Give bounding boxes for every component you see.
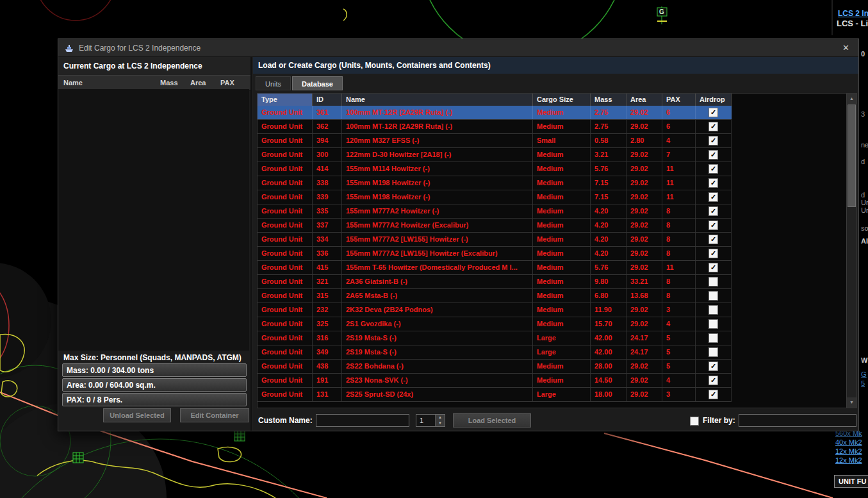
map-unit-label: G: [659, 8, 664, 15]
side-text-fragment: Ur: [861, 199, 868, 206]
table-row[interactable]: Ground Unit 131 2S25 Sprut-SD (24x) Larg…: [258, 388, 732, 402]
cell-area: 24.17: [626, 345, 662, 359]
scrollbar-thumb[interactable]: [848, 104, 856, 207]
db-table-header: Type ID Name Cargo Size Mass Area PAX Ai…: [258, 94, 856, 106]
cell-area: 29.02: [626, 374, 662, 387]
cell-area: 29.02: [626, 120, 662, 133]
cell-airdrop: [696, 360, 732, 373]
mass-capacity-bar: Mass: 0.00 / 304.00 tons: [62, 363, 247, 377]
current-cargo-list[interactable]: [58, 89, 249, 351]
table-row[interactable]: Ground Unit 300 122mm D-30 Howitzer [2A1…: [258, 148, 732, 162]
airdrop-checkbox[interactable]: [708, 235, 718, 244]
cell-cargo-size: Medium: [533, 317, 591, 331]
header-name[interactable]: Name: [342, 94, 533, 106]
col-name[interactable]: Name: [58, 79, 160, 87]
header-mass[interactable]: Mass: [591, 94, 626, 106]
airdrop-checkbox[interactable]: [708, 192, 718, 202]
airdrop-checkbox[interactable]: [708, 263, 718, 272]
load-selected-button[interactable]: Load Selected: [453, 413, 531, 427]
airdrop-checkbox[interactable]: [708, 122, 718, 131]
col-pax[interactable]: PAX: [220, 79, 250, 87]
side-text-fragment: W: [861, 356, 867, 364]
airdrop-checkbox[interactable]: [708, 376, 718, 385]
airdrop-checkbox[interactable]: [708, 390, 718, 399]
airdrop-checkbox[interactable]: [708, 108, 718, 117]
quantity-value: 1: [416, 415, 435, 426]
cell-mass: 5.76: [591, 261, 626, 274]
scroll-down-icon[interactable]: ▼: [847, 397, 856, 408]
quantity-down-icon[interactable]: ▼: [436, 420, 445, 426]
tab-database[interactable]: Database: [292, 76, 343, 90]
table-row[interactable]: Ground Unit 438 2S22 Bohdana (-) Medium …: [258, 360, 732, 374]
cell-pax: 8: [662, 204, 696, 218]
header-id[interactable]: ID: [313, 94, 342, 106]
scroll-up-icon[interactable]: ▲: [847, 94, 856, 104]
table-row[interactable]: Ground Unit 191 2S23 Nona-SVK (-) Medium…: [258, 374, 732, 388]
airdrop-checkbox[interactable]: [708, 291, 718, 301]
airdrop-checkbox[interactable]: [708, 333, 718, 343]
side-panel-unit-link[interactable]: LCS 2 In: [838, 9, 868, 18]
airdrop-checkbox[interactable]: [708, 249, 718, 258]
table-row[interactable]: Ground Unit 316 2S19 Msta-S (-) Large 42…: [258, 331, 732, 345]
table-scrollbar[interactable]: ▲ ▼: [846, 94, 856, 408]
cell-cargo-size: Large: [533, 331, 591, 345]
airdrop-checkbox[interactable]: [708, 164, 718, 174]
quantity-stepper[interactable]: 1 ▲ ▼: [416, 414, 445, 427]
cell-cargo-size: Medium: [533, 261, 591, 274]
header-airdrop[interactable]: Airdrop: [696, 94, 732, 106]
airdrop-checkbox[interactable]: [708, 150, 718, 160]
airdrop-checkbox[interactable]: [708, 347, 718, 357]
header-cargo-size[interactable]: Cargo Size: [533, 94, 591, 106]
quantity-up-icon[interactable]: ▲: [436, 415, 445, 420]
unload-selected-button[interactable]: Unload Selected: [103, 408, 171, 422]
table-row[interactable]: Ground Unit 338 155mm M198 Howitzer (-) …: [258, 176, 732, 190]
table-row[interactable]: Ground Unit 336 155mm M777A2 [LW155] How…: [258, 247, 732, 261]
table-row[interactable]: Ground Unit 325 2S1 Gvozdika (-) Medium …: [258, 317, 732, 331]
airdrop-checkbox[interactable]: [708, 361, 718, 371]
airdrop-checkbox[interactable]: [708, 305, 718, 315]
table-row[interactable]: Ground Unit 349 2S19 Msta-S (-) Large 42…: [258, 345, 732, 360]
side-weapon-link[interactable]: 40x Mk2: [835, 438, 862, 447]
tab-units[interactable]: Units: [256, 76, 291, 90]
col-area[interactable]: Area: [190, 79, 220, 87]
header-pax[interactable]: PAX: [662, 94, 696, 106]
cell-type: Ground Unit: [258, 275, 313, 288]
table-row[interactable]: Ground Unit 394 120mm M327 EFSS (-) Smal…: [258, 134, 732, 148]
custom-name-input[interactable]: [316, 414, 409, 427]
airdrop-checkbox[interactable]: [708, 178, 718, 188]
col-mass[interactable]: Mass: [160, 79, 190, 87]
edit-container-button[interactable]: Edit Container: [180, 408, 249, 422]
table-row[interactable]: Ground Unit 315 2A65 Msta-B (-) Medium 6…: [258, 289, 732, 303]
cell-cargo-size: Large: [533, 345, 591, 359]
close-icon[interactable]: ✕: [840, 43, 852, 53]
cell-name: 2S1 Gvozdika (-): [342, 317, 533, 331]
table-row[interactable]: Ground Unit 232 2K32 Deva (2B24 Podnos) …: [258, 303, 732, 317]
table-row[interactable]: Ground Unit 321 2A36 Giatsint-B (-) Medi…: [258, 275, 732, 289]
airdrop-checkbox[interactable]: [708, 206, 718, 216]
side-weapon-link[interactable]: 12x Mk2: [835, 447, 862, 456]
side-weapon-link[interactable]: 12x Mk2: [835, 456, 862, 465]
table-row[interactable]: Ground Unit 415 155mm T-65 Howitzer (Dom…: [258, 261, 732, 275]
table-row[interactable]: Ground Unit 362 100mm MT-12R [2A29R Ruta…: [258, 120, 732, 134]
table-row[interactable]: Ground Unit 339 155mm M198 Howitzer (-) …: [258, 190, 732, 204]
dialog-titlebar[interactable]: Edit Cargo for LCS 2 Independence ✕: [58, 39, 858, 57]
table-row[interactable]: Ground Unit 414 155mm M114 Howitzer (-) …: [258, 162, 732, 176]
header-type[interactable]: Type: [258, 94, 313, 106]
filter-input[interactable]: [739, 414, 856, 427]
table-row[interactable]: Ground Unit 337 155mm M777A2 Howitzer (E…: [258, 219, 732, 233]
airdrop-checkbox[interactable]: [708, 136, 718, 145]
cell-name: 2S19 Msta-S (-): [342, 331, 533, 345]
cell-airdrop: [696, 176, 732, 190]
cell-type: Ground Unit: [258, 162, 313, 176]
header-area[interactable]: Area: [626, 94, 662, 106]
table-row[interactable]: Ground Unit 361 100mm MT-12R [2A29R Ruta…: [258, 106, 732, 120]
cell-cargo-size: Medium: [533, 275, 591, 288]
filter-checkbox[interactable]: [690, 417, 699, 426]
airdrop-checkbox[interactable]: [708, 277, 718, 286]
table-row[interactable]: Ground Unit 334 155mm M777A2 [LW155] How…: [258, 233, 732, 247]
cell-type: Ground Unit: [258, 233, 313, 246]
airdrop-checkbox[interactable]: [708, 220, 718, 230]
airdrop-checkbox[interactable]: [708, 319, 718, 329]
table-row[interactable]: Ground Unit 335 155mm M777A2 Howitzer (-…: [258, 204, 732, 219]
cell-area: 29.02: [626, 317, 662, 331]
